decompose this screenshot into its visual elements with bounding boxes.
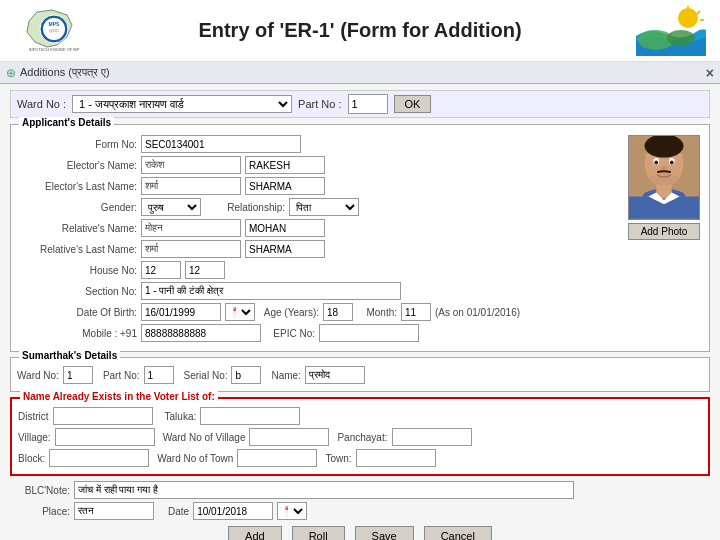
dob-label: Date Of Birth: [17,307,137,318]
mobile-input[interactable] [141,324,261,342]
svg-point-6 [678,8,698,28]
date-label: Date [168,506,189,517]
svg-point-11 [667,30,695,46]
epic-input[interactable] [319,324,419,342]
add-photo-button[interactable]: Add Photo [628,223,700,240]
form-no-input[interactable] [141,135,301,153]
additions-icon: ⊕ [6,66,16,80]
sumarthak-section: Sumarthak's Details Ward No: Part No: Se… [10,357,710,392]
date-picker-select[interactable]: 📅▼ [277,502,307,520]
as-on-label: (As on 01/01/2016) [435,307,520,318]
block-input[interactable] [49,449,149,467]
town-input[interactable] [356,449,436,467]
month-input[interactable] [401,303,431,321]
sumarthak-part-input[interactable] [144,366,174,384]
house-no-input[interactable] [141,261,181,279]
age-label: Age (Years): [259,307,319,318]
name-exists-row2: Village: Ward No of Village Panchayat: [18,428,702,446]
close-button[interactable]: × [706,66,714,80]
logo-right [626,6,706,56]
town-label: Town: [325,453,351,464]
sumarthak-serial-input[interactable] [231,366,261,384]
ward-town-label: Ward No of Town [157,453,233,464]
subheader-title: ⊕ Additions (प्रपत्र ए) [6,66,110,80]
save-button[interactable]: Save [355,526,414,540]
name-exists-section: Name Already Exists in the Voter List of… [10,397,710,476]
elector-last-hindi-input[interactable] [141,177,241,195]
ward-village-input[interactable] [249,428,329,446]
sumarthak-title: Sumarthak's Details [19,350,120,361]
ward-town-input[interactable] [237,449,317,467]
blc-input[interactable] [74,481,574,499]
mobile-label: Mobile : +91 [17,328,137,339]
mpsedc-logo: MPS @DC INFOTECH ENGINE OF MP [17,7,92,55]
taluka-label: Taluka: [165,411,197,422]
svg-text:INFOTECH ENGINE OF MP: INFOTECH ENGINE OF MP [28,47,79,52]
part-input[interactable] [348,94,388,114]
photo-area: Add Photo [627,135,701,240]
form-area: Ward No : 1 - जयप्रकाश नारायण वार्ड Part… [0,84,720,540]
section-no-input[interactable] [141,282,401,300]
relative-last-eng-input[interactable] [245,240,325,258]
dob-calendar-select[interactable]: 📅 [225,303,255,321]
age-input[interactable] [323,303,353,321]
page-title: Entry of 'ER-1' (Form for Addition) [94,19,626,42]
gender-label: Gender: [17,202,137,213]
bottom-buttons: Add Roll Save Cancel [10,526,710,540]
svg-text:MPS: MPS [48,21,60,27]
header: MPS @DC INFOTECH ENGINE OF MP Entry of '… [0,0,720,62]
house-no-label: House No: [17,265,137,276]
name-exists-title: Name Already Exists in the Voter List of… [20,391,218,402]
elector-name-row: Elector's Name: [17,156,703,174]
sumarthak-serial-label: Serial No: [184,370,228,381]
village-input[interactable] [55,428,155,446]
ward-row: Ward No : 1 - जयप्रकाश नारायण वार्ड Part… [10,90,710,118]
elector-name-hindi-input[interactable] [141,156,241,174]
sumarthak-part-label: Part No: [103,370,140,381]
applicant-details-section: Applicant's Details [10,124,710,352]
svg-point-20 [661,166,667,170]
dob-input[interactable] [141,303,221,321]
district-input[interactable] [53,407,153,425]
roll-button[interactable]: Roll [292,526,345,540]
photo-box [628,135,700,220]
relative-name-eng-input[interactable] [245,219,325,237]
relationship-select[interactable]: पितामातापति [289,198,359,216]
elector-last-row: Elector's Last Name: [17,177,703,195]
add-button[interactable]: Add [228,526,282,540]
elector-last-eng-input[interactable] [245,177,325,195]
svg-line-8 [697,11,700,14]
elector-name-label: Elector's Name: [17,160,137,171]
section-no-row: Section No: [17,282,703,300]
district-label: District [18,411,49,422]
form-no-label: Form No: [17,139,137,150]
relative-last-hindi-input[interactable] [141,240,241,258]
elector-name-eng-input[interactable] [245,156,325,174]
ward-village-label: Ward No of Village [163,432,246,443]
panchayat-input[interactable] [392,428,472,446]
cancel-button[interactable]: Cancel [424,526,492,540]
elector-last-label: Elector's Last Name: [17,181,137,192]
relative-name-hindi-input[interactable] [141,219,241,237]
section-no-label: Section No: [17,286,137,297]
sumarthak-row: Ward No: Part No: Serial No: Name: [17,366,703,384]
taluka-input[interactable] [200,407,300,425]
relative-name-label: Relative's Name: [17,223,137,234]
gender-select[interactable]: पुरुषमहिलाअन्य [141,198,201,216]
date-input[interactable] [193,502,273,520]
ward-label: Ward No : [17,98,66,110]
place-input[interactable] [74,502,154,520]
block-label: Block: [18,453,45,464]
mobile-row: Mobile : +91 EPIC No: [17,324,703,342]
sumarthak-name-input[interactable] [305,366,365,384]
svg-point-15 [645,135,684,158]
sumarthak-ward-input[interactable] [63,366,93,384]
ok-button[interactable]: OK [394,95,432,113]
logo-left: MPS @DC INFOTECH ENGINE OF MP [14,6,94,56]
house-no-input2[interactable] [185,261,225,279]
name-exists-row1: District Taluka: [18,407,702,425]
ward-select[interactable]: 1 - जयप्रकाश नारायण वार्ड [72,95,292,113]
svg-text:@DC: @DC [49,28,59,33]
person-photo [629,135,699,220]
branding-logo [636,6,706,56]
